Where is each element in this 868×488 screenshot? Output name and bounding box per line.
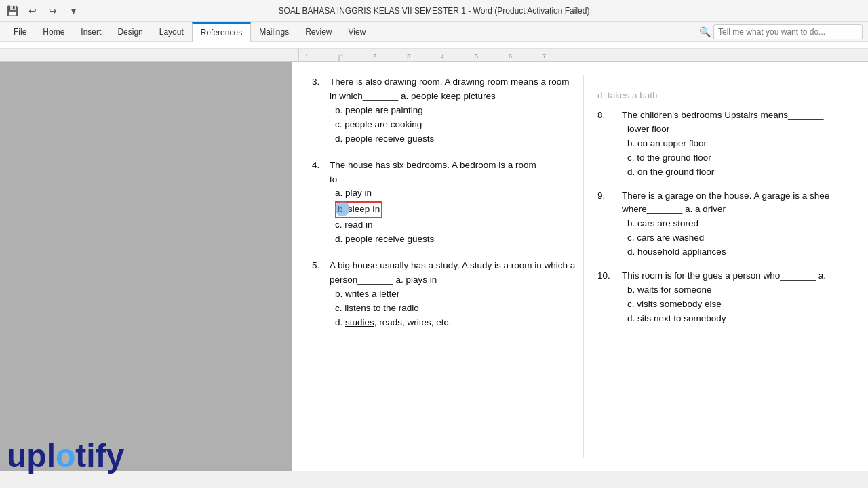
q4-text: The house has six bedrooms. A bedroom is… — [330, 160, 536, 184]
redo-button[interactable]: ↪ — [43, 1, 62, 20]
q4-opt-a: a. play in — [335, 186, 576, 201]
q9-opt-d: d. household appliances — [627, 245, 841, 260]
question-8: 8. The children's bedrooms Upstairs mean… — [597, 108, 841, 180]
tab-review[interactable]: Review — [297, 22, 340, 41]
tab-layout[interactable]: Layout — [151, 22, 192, 41]
search-input[interactable] — [713, 24, 863, 39]
q4-opt-b-highlighted: b. sleep In — [335, 201, 576, 218]
studies-underline: studies — [345, 317, 374, 327]
q4-content: The house has six bedrooms. A bedroom is… — [330, 159, 576, 247]
tab-file[interactable]: File — [5, 22, 35, 41]
q10-text: This room is for the gues a person who__… — [622, 270, 826, 281]
q4-opt-c: c. read in — [335, 218, 576, 232]
q8-opt-d: d. on the ground floor — [627, 165, 841, 180]
q8-content: The children's bedrooms Upstairs means__… — [622, 108, 841, 180]
svg-text:4: 4 — [441, 53, 444, 60]
q8-text: The children's bedrooms Upstairs means__… — [622, 110, 824, 120]
document-area: 3. There is also drawing room. A drawing… — [292, 62, 868, 471]
question-5: 5. A big house usually has a study. A st… — [312, 259, 576, 330]
question-3: 3. There is also drawing room. A drawing… — [312, 75, 576, 146]
ribbon: File Home Insert Design Layout Reference… — [0, 22, 868, 49]
right-questions: d. takes a bath 8. The children's bedroo… — [583, 75, 848, 458]
ruler-svg: 1 1 2 3 4 5 6 7 8 9 11 12 13 14 15 16 — [298, 49, 570, 62]
window-controls[interactable]: 💾 ↩ ↪ ▾ — [0, 0, 83, 21]
title-bar: 💾 ↩ ↪ ▾ SOAL BAHASA INGGRIS KELAS VII SE… — [0, 0, 868, 22]
q8-num: 8. — [597, 108, 622, 180]
search-icon: 🔍 — [699, 26, 711, 37]
q5-content: A big house usually has a study. A study… — [330, 259, 576, 330]
q10-opt-b: b. waits for someone — [627, 283, 841, 298]
svg-text:6: 6 — [509, 53, 512, 60]
undo-button[interactable]: ↩ — [23, 1, 42, 20]
q5-opt-c: c. listens to the radio — [335, 302, 576, 316]
q9-num: 9. — [597, 189, 622, 260]
tab-design[interactable]: Design — [109, 22, 151, 41]
q3-text: There is also drawing room. A drawing ro… — [330, 77, 569, 101]
q10-content: This room is for the gues a person who__… — [622, 269, 841, 326]
tab-home[interactable]: Home — [35, 22, 73, 41]
svg-text:5: 5 — [475, 53, 478, 60]
q3-opt-c: c. people are cooking — [335, 118, 576, 132]
q5-opt-d: d. studies, reads, writes, etc. — [335, 316, 576, 330]
cursor-circle — [335, 201, 350, 216]
q3-num: 3. — [312, 75, 330, 146]
q9-content: There is a garage on the house. A garage… — [622, 189, 841, 260]
appliances-underline: appliances — [682, 247, 726, 257]
q8-opt-a: lower floor — [627, 123, 841, 137]
question-10: 10. This room is for the gues a person w… — [597, 269, 841, 326]
q10-num: 10. — [597, 269, 622, 326]
q10-opt-d: d. sits next to somebody — [627, 312, 841, 326]
svg-text:1: 1 — [305, 53, 309, 60]
ribbon-content — [0, 42, 868, 49]
tab-insert[interactable]: Insert — [73, 22, 109, 41]
tab-mailings[interactable]: Mailings — [251, 22, 297, 41]
question-9: 9. There is a garage on the house. A gar… — [597, 189, 841, 260]
left-questions: 3. There is also drawing room. A drawing… — [312, 75, 583, 458]
save-button[interactable]: 💾 — [3, 1, 22, 20]
q3-opt-d: d. people receive guests — [335, 132, 576, 146]
q3-content: There is also drawing room. A drawing ro… — [330, 75, 576, 146]
prev-q-partial: d. takes a bath — [597, 89, 841, 103]
q9-opt-b: b. cars are stored — [627, 217, 841, 231]
q8-opt-c: c. to the ground floor — [627, 151, 841, 165]
highlighted-box: b. sleep In — [335, 201, 382, 218]
ribbon-tabs: File Home Insert Design Layout Reference… — [0, 22, 868, 42]
q3-opt-b: b. people are painting — [335, 104, 576, 118]
tab-references[interactable]: References — [192, 22, 251, 42]
q10-opt-c: c. visits somebody else — [627, 298, 841, 312]
q4-opt-d: d. people receive guests — [335, 232, 576, 247]
left-panel: uplotify — [0, 62, 292, 471]
document-title: SOAL BAHASA INGGRIS KELAS VII SEMESTER 1… — [279, 6, 590, 16]
q4-num: 4. — [312, 159, 330, 247]
svg-text:7: 7 — [542, 53, 546, 60]
q9-text: There is a garage on the house. A garage… — [622, 190, 829, 215]
q5-num: 5. — [312, 259, 330, 330]
watermark: uplotify — [7, 437, 124, 474]
ruler: 1 1 2 3 4 5 6 7 8 9 11 12 13 14 15 16 — [0, 49, 868, 62]
q5-text: A big house usually has a study. A study… — [330, 260, 575, 285]
main-area: uplotify 3. There is also drawing room. … — [0, 62, 868, 471]
q9-opt-c: c. cars are washed — [627, 231, 841, 245]
more-button[interactable]: ▾ — [64, 1, 83, 20]
tab-view[interactable]: View — [340, 22, 374, 41]
q8-opt-b: b. on an upper floor — [627, 137, 841, 151]
svg-text:2: 2 — [373, 53, 376, 60]
svg-text:3: 3 — [407, 53, 410, 60]
question-4: 4. The house has six bedrooms. A bedroom… — [312, 159, 576, 247]
q5-opt-b: b. writes a letter — [335, 287, 576, 302]
svg-text:1: 1 — [340, 53, 344, 60]
